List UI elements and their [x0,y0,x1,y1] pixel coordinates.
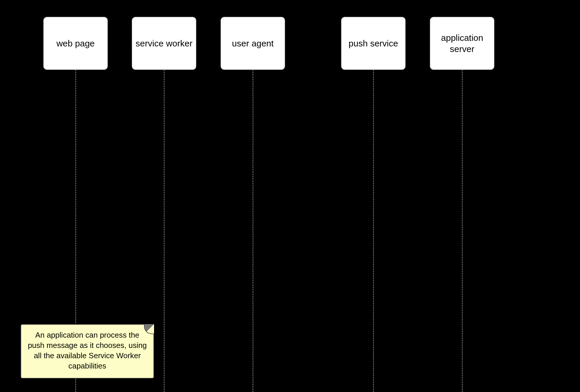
note-text: An application can process the push mess… [28,331,147,370]
participant-label: web page [46,38,105,49]
participant-user-agent: user agent [220,16,285,70]
participant-label: user agent [223,38,283,49]
sequence-diagram: web page service worker user agent push … [0,0,580,392]
participant-label: push service [344,38,403,49]
participant-label: service worker [134,38,194,49]
participant-label: application server [432,32,492,54]
participant-application-server: application server [429,16,495,70]
participant-push-service: push service [341,16,406,70]
diagram-note: An application can process the push mess… [21,324,154,378]
note-dogear-icon [144,324,154,334]
participant-service-worker: service worker [131,16,197,70]
lifeline-user-agent [253,70,253,392]
lifeline-push-service [373,70,374,392]
participant-web-page: web page [43,16,108,70]
lifeline-service-worker [164,70,165,392]
lifeline-application-server [462,70,463,392]
